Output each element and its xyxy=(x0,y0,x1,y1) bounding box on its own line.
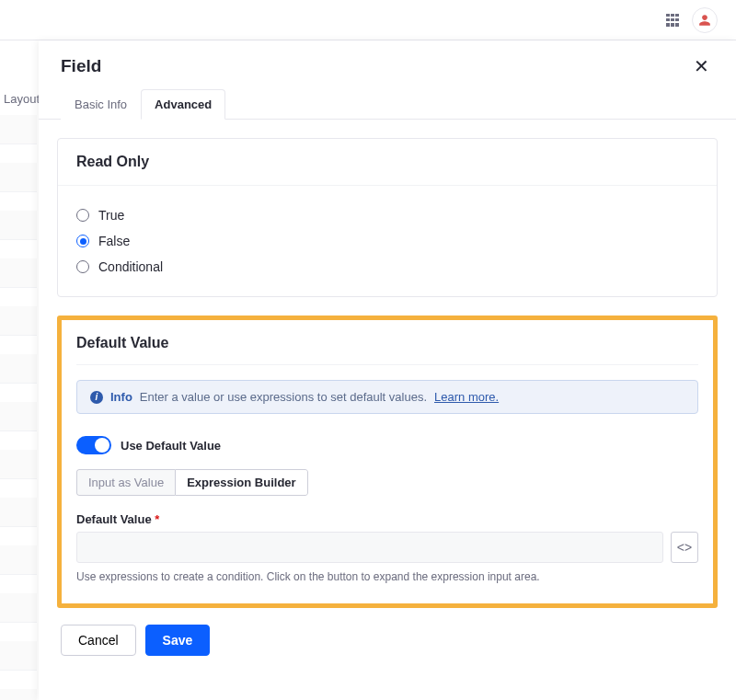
radio-icon xyxy=(76,260,89,273)
radio-icon xyxy=(76,235,89,247)
layouts-label: Layouts xyxy=(0,92,37,115)
radio-true[interactable]: True xyxy=(76,202,698,228)
mode-input-as-value[interactable]: Input as Value xyxy=(76,469,175,496)
use-default-toggle[interactable] xyxy=(76,436,111,454)
tab-advanced[interactable]: Advanced xyxy=(141,89,225,120)
cancel-button[interactable]: Cancel xyxy=(61,625,136,656)
default-value-input[interactable] xyxy=(76,532,663,563)
mode-expression-builder[interactable]: Expression Builder xyxy=(175,469,307,496)
footer-buttons: Cancel Save xyxy=(57,625,718,656)
info-label: Info xyxy=(110,390,132,404)
user-icon xyxy=(698,14,711,27)
apps-icon[interactable] xyxy=(666,14,679,27)
bg-row xyxy=(0,641,37,671)
close-button[interactable]: ✕ xyxy=(688,53,714,79)
panel-header: Field ✕ xyxy=(39,40,736,88)
bg-row xyxy=(0,545,37,575)
expand-expression-button[interactable]: <> xyxy=(671,532,698,563)
use-default-label: Use Default Value xyxy=(121,439,221,453)
user-avatar[interactable] xyxy=(692,7,718,33)
default-value-input-row: <> xyxy=(76,532,698,563)
tab-basic-info[interactable]: Basic Info xyxy=(61,89,141,120)
bg-row xyxy=(0,593,37,623)
radio-false[interactable]: False xyxy=(76,228,698,254)
default-value-section: Default Value i Info Enter a value or us… xyxy=(57,316,718,608)
bg-row xyxy=(0,498,37,527)
radio-icon xyxy=(76,209,89,222)
side-panel: Field ✕ Basic Info Advanced Read Only Tr… xyxy=(39,40,736,700)
learn-more-link[interactable]: Learn more. xyxy=(434,390,499,404)
radio-label: False xyxy=(98,234,130,248)
bg-row xyxy=(0,306,37,336)
bg-row xyxy=(0,211,37,240)
info-alert: i Info Enter a value or use expressions … xyxy=(76,380,698,414)
global-topbar xyxy=(0,0,736,40)
bg-row xyxy=(0,354,37,384)
mode-segmented: Input as Value Expression Builder xyxy=(76,469,308,496)
close-icon: ✕ xyxy=(694,55,709,77)
required-star: * xyxy=(155,512,159,526)
radio-conditional[interactable]: Conditional xyxy=(76,254,698,280)
bg-row xyxy=(0,689,37,700)
info-text: Enter a value or use expressions to set … xyxy=(140,390,427,404)
field-label-text: Default Value xyxy=(76,512,152,526)
tab-bar: Basic Info Advanced xyxy=(39,88,736,120)
default-value-field-label: Default Value * xyxy=(76,512,698,526)
read-only-header: Read Only xyxy=(58,139,717,186)
read-only-title: Read Only xyxy=(76,154,698,170)
panel-body: Read Only True False Conditional Default… xyxy=(39,120,736,700)
bg-row xyxy=(0,450,37,479)
bg-row xyxy=(0,258,37,288)
save-button[interactable]: Save xyxy=(145,625,211,656)
read-only-body: True False Conditional xyxy=(58,186,717,296)
background-partial: Layouts xyxy=(0,92,37,700)
panel-title: Field xyxy=(61,56,101,76)
radio-label: True xyxy=(98,208,124,223)
default-value-title: Default Value xyxy=(76,333,698,365)
use-default-toggle-row: Use Default Value xyxy=(76,436,698,454)
help-text: Use expressions to create a condition. C… xyxy=(76,570,698,583)
radio-label: Conditional xyxy=(98,259,163,274)
bg-row xyxy=(0,402,37,431)
read-only-card: Read Only True False Conditional xyxy=(57,138,718,297)
code-icon: <> xyxy=(677,540,692,555)
bg-row xyxy=(0,115,37,144)
bg-row xyxy=(0,163,37,192)
info-icon: i xyxy=(90,391,103,404)
